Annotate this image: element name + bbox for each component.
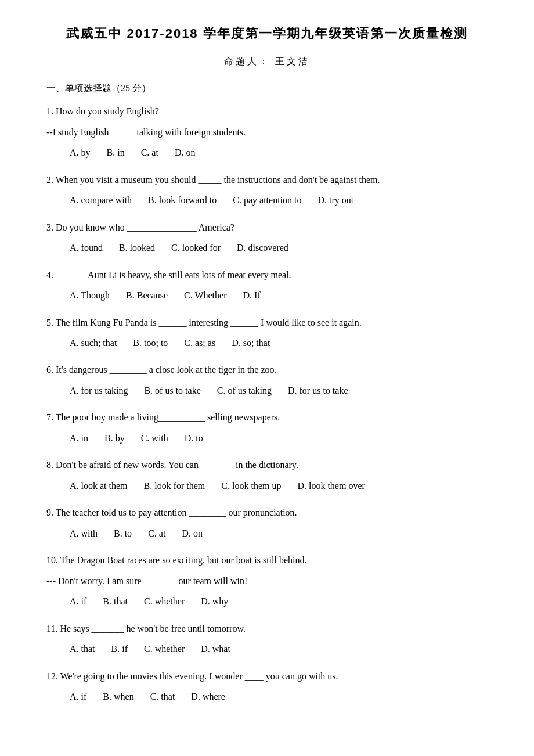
q2-option-b: B. look forward to (148, 192, 217, 209)
q1-option-d: D. on (175, 145, 196, 161)
question-4-options: A. Though B. Because C. Whether D. If (46, 287, 488, 304)
question-7: 7. The poor boy made a living__________ … (46, 409, 488, 447)
question-11-text: 11. He says _______ he won't be free unt… (46, 621, 488, 636)
question-3-options: A. found B. looked C. looked for D. disc… (46, 240, 488, 257)
question-4: 4._______ Aunt Li is heavy, she still ea… (46, 267, 488, 304)
question-10-options: A. if B. that C. whether D. why (46, 593, 488, 610)
q12-option-b: B. when (103, 689, 134, 705)
q6-option-b: B. of us to take (144, 383, 200, 399)
question-5-text: 5. The film Kung Fu Panda is ______ inte… (46, 315, 488, 330)
q2-option-c: C. pay attention to (233, 192, 301, 209)
q3-option-d: D. discovered (237, 240, 288, 257)
question-11-options: A. that B. if C. whether D. what (46, 641, 488, 658)
question-6-text: 6. It's dangerous ________ a close look … (46, 362, 488, 377)
question-1-subtext: --I study English _____ talking with for… (46, 124, 488, 140)
question-2: 2. When you visit a museum you should __… (46, 172, 488, 209)
q3-option-b: B. looked (119, 240, 155, 257)
q7-option-a: A. in (70, 430, 88, 447)
q8-option-c: C. look them up (221, 478, 281, 495)
q2-option-d: D. try out (317, 192, 353, 209)
q9-option-c: C. at (148, 525, 165, 542)
q6-option-d: D. for us to take (288, 383, 348, 399)
question-8: 8. Don't be afraid of new words. You can… (46, 457, 488, 494)
q1-option-a: A. by (70, 145, 91, 161)
question-10: 10. The Dragon Boat races are so excitin… (46, 552, 488, 610)
q9-option-b: B. to (114, 525, 132, 542)
q4-option-b: B. Because (126, 287, 168, 304)
q5-option-b: B. too; to (133, 335, 168, 352)
question-6-options: A. for us taking B. of us to take C. of … (46, 383, 488, 399)
question-5-options: A. such; that B. too; to C. as; as D. so… (46, 335, 488, 352)
q7-option-b: B. by (104, 430, 125, 447)
q5-option-a: A. such; that (70, 335, 117, 352)
question-3: 3. Do you know who _______________ Ameri… (46, 219, 488, 257)
q3-option-a: A. found (70, 240, 103, 257)
question-6: 6. It's dangerous ________ a close look … (46, 362, 488, 399)
question-10-text: 10. The Dragon Boat races are so excitin… (46, 552, 488, 568)
q12-option-d: D. where (191, 689, 225, 705)
question-9-text: 9. The teacher told us to pay attention … (46, 505, 488, 520)
question-10-subtext: --- Don't worry. I am sure _______ our t… (46, 573, 488, 589)
question-9: 9. The teacher told us to pay attention … (46, 505, 488, 542)
q5-option-d: D. so; that (232, 335, 270, 352)
page-title: 武威五中 2017-2018 学年度第一学期九年级英语第一次质量检测 (46, 23, 488, 44)
question-5: 5. The film Kung Fu Panda is ______ inte… (46, 315, 488, 352)
question-7-options: A. in B. by C. with D. to (46, 430, 488, 447)
q12-option-c: C. that (150, 689, 175, 705)
subtitle: 命题人： 王文洁 (46, 54, 488, 69)
q4-option-c: C. Whether (184, 287, 226, 304)
q8-option-a: A. look at them (70, 478, 128, 495)
question-1: 1. How do you study English? --I study E… (46, 103, 488, 161)
q11-option-c: C. whether (144, 641, 185, 658)
q5-option-c: C. as; as (184, 335, 215, 352)
question-12-options: A. if B. when C. that D. where (46, 689, 488, 705)
q8-option-b: B. look for them (144, 478, 205, 495)
q12-option-a: A. if (70, 689, 86, 705)
q9-option-a: A. with (70, 525, 98, 542)
question-1-options: A. by B. in C. at D. on (46, 145, 488, 161)
q7-option-c: C. with (141, 430, 168, 447)
question-8-options: A. look at them B. look for them C. look… (46, 478, 488, 495)
q10-option-b: B. that (103, 593, 128, 610)
q10-option-c: C. whether (144, 593, 185, 610)
q6-option-c: C. of us taking (217, 383, 272, 399)
q4-option-d: D. If (243, 287, 261, 304)
q1-option-c: C. at (141, 145, 158, 161)
question-2-options: A. compare with B. look forward to C. pa… (46, 192, 488, 209)
question-3-text: 3. Do you know who _______________ Ameri… (46, 219, 488, 235)
section-header: 一、单项选择题（25 分） (46, 81, 488, 96)
q10-option-d: D. why (201, 593, 228, 610)
question-4-text: 4._______ Aunt Li is heavy, she still ea… (46, 267, 488, 283)
question-1-text: 1. How do you study English? (46, 103, 488, 119)
q11-option-b: B. if (111, 641, 128, 658)
q11-option-a: A. that (70, 641, 95, 658)
question-12: 12. We're going to the movies this eveni… (46, 668, 488, 705)
question-12-text: 12. We're going to the movies this eveni… (46, 668, 488, 684)
q2-option-a: A. compare with (70, 192, 132, 209)
q4-option-a: A. Though (70, 287, 110, 304)
q11-option-d: D. what (201, 641, 230, 658)
question-7-text: 7. The poor boy made a living__________ … (46, 409, 488, 425)
q7-option-d: D. to (185, 430, 203, 447)
question-8-text: 8. Don't be afraid of new words. You can… (46, 457, 488, 473)
q9-option-d: D. on (182, 525, 203, 542)
question-9-options: A. with B. to C. at D. on (46, 525, 488, 542)
q10-option-a: A. if (70, 593, 86, 610)
question-11: 11. He says _______ he won't be free unt… (46, 621, 488, 658)
q1-option-b: B. in (107, 145, 125, 161)
q8-option-d: D. look them over (297, 478, 365, 495)
q6-option-a: A. for us taking (70, 383, 128, 399)
q3-option-c: C. looked for (171, 240, 221, 257)
question-2-text: 2. When you visit a museum you should __… (46, 172, 488, 188)
